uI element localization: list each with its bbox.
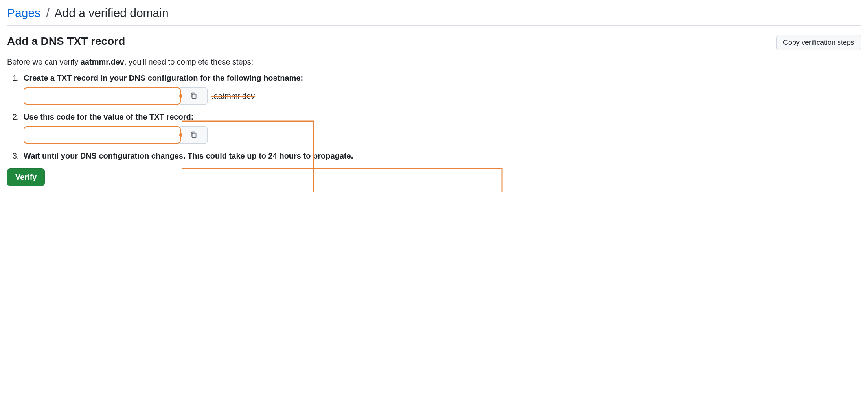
copy-hostname-button[interactable] [180, 87, 208, 105]
hostname-row: .aatmmr.dev [24, 87, 861, 105]
verify-button[interactable]: Verify [7, 168, 45, 186]
breadcrumb-separator: / [44, 6, 51, 19]
txt-value-box [24, 126, 181, 144]
steps-list: Create a TXT record in your DNS configur… [7, 74, 861, 161]
hostname-suffix: .aatmmr.dev [211, 92, 255, 101]
copy-icon [190, 131, 198, 139]
breadcrumb-current: Add a verified domain [54, 6, 168, 19]
step-2: Use this code for the value of the TXT r… [21, 113, 861, 144]
step-3: Wait until your DNS configuration change… [21, 151, 861, 161]
intro-suffix: , you'll need to complete these steps: [124, 57, 253, 66]
copy-txt-value-button[interactable] [180, 126, 208, 144]
breadcrumb-parent-link[interactable]: Pages [7, 6, 40, 19]
section-header: Add a DNS TXT record Copy verification s… [7, 35, 861, 50]
step-2-label: Use this code for the value of the TXT r… [24, 113, 193, 121]
breadcrumb: Pages / Add a verified domain [7, 6, 861, 26]
svg-rect-1 [192, 133, 196, 138]
step-3-label: Wait until your DNS configuration change… [24, 151, 353, 160]
intro-text: Before we can verify aatmmr.dev, you'll … [7, 57, 861, 66]
section-title: Add a DNS TXT record [7, 35, 125, 48]
step-1: Create a TXT record in your DNS configur… [21, 74, 861, 105]
svg-rect-0 [192, 94, 196, 99]
step-1-label: Create a TXT record in your DNS configur… [24, 74, 303, 82]
copy-verification-steps-button[interactable]: Copy verification steps [776, 35, 861, 50]
txt-value-row [24, 126, 861, 144]
intro-prefix: Before we can verify [7, 57, 81, 66]
hostname-value-box [24, 87, 181, 105]
copy-icon [190, 92, 198, 100]
intro-domain: aatmmr.dev [81, 57, 124, 66]
